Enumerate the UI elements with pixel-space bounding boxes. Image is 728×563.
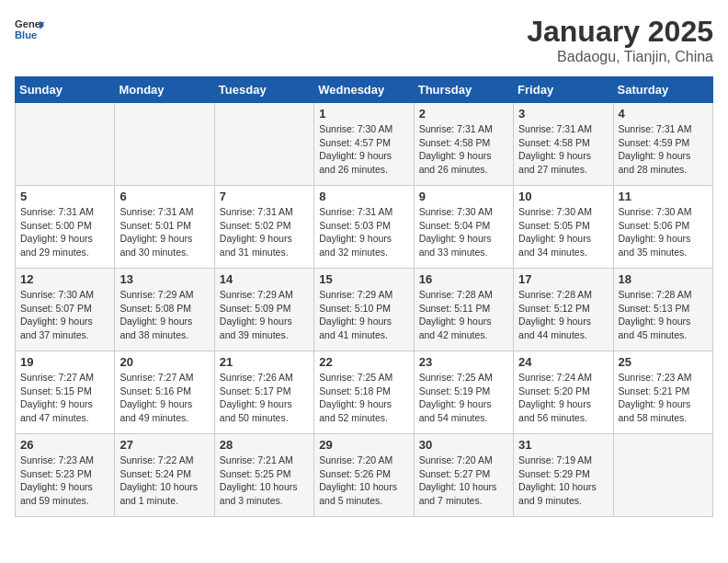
table-row: 12Sunrise: 7:30 AM Sunset: 5:07 PM Dayli… (16, 269, 115, 351)
day-number: 12 (20, 272, 109, 286)
day-detail: Sunrise: 7:30 AM Sunset: 5:06 PM Dayligh… (619, 205, 708, 259)
day-number: 3 (518, 107, 608, 121)
day-number: 13 (119, 272, 209, 286)
day-number: 26 (20, 438, 109, 452)
day-number: 5 (20, 190, 109, 203)
col-wednesday: Wednesday (314, 77, 414, 103)
day-number: 2 (419, 107, 508, 121)
day-number: 14 (220, 272, 309, 286)
table-row: 25Sunrise: 7:23 AM Sunset: 5:21 PM Dayli… (613, 351, 712, 434)
table-row (613, 434, 712, 517)
day-detail: Sunrise: 7:30 AM Sunset: 5:05 PM Dayligh… (518, 205, 608, 259)
table-row: 22Sunrise: 7:25 AM Sunset: 5:18 PM Dayli… (314, 351, 414, 434)
day-number: 1 (319, 107, 408, 121)
table-row: 16Sunrise: 7:28 AM Sunset: 5:11 PM Dayli… (414, 269, 513, 351)
day-detail: Sunrise: 7:19 AM Sunset: 5:29 PM Dayligh… (518, 454, 608, 508)
day-number: 23 (419, 355, 508, 369)
table-row: 15Sunrise: 7:29 AM Sunset: 5:10 PM Dayli… (314, 269, 414, 351)
col-friday: Friday (514, 77, 613, 103)
day-detail: Sunrise: 7:20 AM Sunset: 5:27 PM Dayligh… (419, 454, 508, 508)
table-row: 6Sunrise: 7:31 AM Sunset: 5:01 PM Daylig… (115, 186, 214, 269)
calendar-week-row: 19Sunrise: 7:27 AM Sunset: 5:15 PM Dayli… (16, 351, 713, 434)
table-row: 21Sunrise: 7:26 AM Sunset: 5:17 PM Dayli… (214, 351, 313, 434)
day-detail: Sunrise: 7:31 AM Sunset: 5:02 PM Dayligh… (220, 205, 309, 259)
table-row: 28Sunrise: 7:21 AM Sunset: 5:25 PM Dayli… (214, 434, 313, 517)
col-sunday: Sunday (16, 77, 115, 103)
table-row: 1Sunrise: 7:30 AM Sunset: 4:57 PM Daylig… (314, 103, 414, 186)
day-number: 25 (619, 355, 708, 369)
col-tuesday: Tuesday (214, 77, 313, 103)
table-row: 18Sunrise: 7:28 AM Sunset: 5:13 PM Dayli… (613, 269, 712, 351)
day-detail: Sunrise: 7:28 AM Sunset: 5:12 PM Dayligh… (518, 288, 608, 342)
table-row: 31Sunrise: 7:19 AM Sunset: 5:29 PM Dayli… (514, 434, 613, 517)
day-detail: Sunrise: 7:23 AM Sunset: 5:21 PM Dayligh… (619, 371, 708, 425)
day-number: 18 (619, 272, 708, 286)
day-detail: Sunrise: 7:30 AM Sunset: 5:04 PM Dayligh… (419, 205, 508, 259)
table-row: 29Sunrise: 7:20 AM Sunset: 5:26 PM Dayli… (314, 434, 414, 517)
day-number: 8 (319, 190, 408, 203)
col-thursday: Thursday (414, 77, 513, 103)
day-detail: Sunrise: 7:31 AM Sunset: 5:00 PM Dayligh… (20, 205, 109, 259)
logo: General Blue (15, 15, 44, 44)
day-number: 28 (220, 438, 309, 452)
col-monday: Monday (115, 77, 214, 103)
calendar-header-row: Sunday Monday Tuesday Wednesday Thursday… (16, 77, 713, 103)
calendar-title: January 2025 (527, 15, 713, 49)
day-number: 22 (319, 355, 408, 369)
day-detail: Sunrise: 7:29 AM Sunset: 5:09 PM Dayligh… (220, 288, 309, 342)
day-detail: Sunrise: 7:31 AM Sunset: 4:58 PM Dayligh… (518, 122, 608, 177)
table-row: 27Sunrise: 7:22 AM Sunset: 5:24 PM Dayli… (115, 434, 214, 517)
day-number: 19 (20, 355, 109, 369)
day-number: 10 (518, 190, 608, 203)
day-number: 17 (518, 272, 608, 286)
day-detail: Sunrise: 7:24 AM Sunset: 5:20 PM Dayligh… (518, 371, 608, 425)
day-detail: Sunrise: 7:23 AM Sunset: 5:23 PM Dayligh… (20, 454, 109, 508)
table-row: 24Sunrise: 7:24 AM Sunset: 5:20 PM Dayli… (514, 351, 613, 434)
table-row: 23Sunrise: 7:25 AM Sunset: 5:19 PM Dayli… (414, 351, 513, 434)
table-row: 20Sunrise: 7:27 AM Sunset: 5:16 PM Dayli… (115, 351, 214, 434)
day-detail: Sunrise: 7:28 AM Sunset: 5:13 PM Dayligh… (619, 288, 708, 342)
day-number: 24 (518, 355, 608, 369)
day-detail: Sunrise: 7:30 AM Sunset: 4:57 PM Dayligh… (319, 122, 408, 177)
day-detail: Sunrise: 7:26 AM Sunset: 5:17 PM Dayligh… (220, 371, 309, 425)
calendar-subtitle: Badaogu, Tianjin, China (527, 49, 713, 65)
table-row: 30Sunrise: 7:20 AM Sunset: 5:27 PM Dayli… (414, 434, 513, 517)
table-row: 8Sunrise: 7:31 AM Sunset: 5:03 PM Daylig… (314, 186, 414, 269)
table-row (115, 103, 214, 186)
day-detail: Sunrise: 7:28 AM Sunset: 5:11 PM Dayligh… (419, 288, 508, 342)
table-row: 5Sunrise: 7:31 AM Sunset: 5:00 PM Daylig… (16, 186, 115, 269)
day-number: 20 (119, 355, 209, 369)
day-detail: Sunrise: 7:25 AM Sunset: 5:19 PM Dayligh… (419, 371, 508, 425)
table-row: 7Sunrise: 7:31 AM Sunset: 5:02 PM Daylig… (214, 186, 313, 269)
day-number: 9 (419, 190, 508, 203)
day-detail: Sunrise: 7:27 AM Sunset: 5:16 PM Dayligh… (119, 371, 209, 425)
table-row: 2Sunrise: 7:31 AM Sunset: 4:58 PM Daylig… (414, 103, 513, 186)
title-block: January 2025 Badaogu, Tianjin, China (527, 15, 713, 65)
day-number: 11 (619, 190, 708, 203)
calendar-week-row: 1Sunrise: 7:30 AM Sunset: 4:57 PM Daylig… (16, 103, 713, 186)
table-row: 4Sunrise: 7:31 AM Sunset: 4:59 PM Daylig… (613, 103, 712, 186)
table-row: 3Sunrise: 7:31 AM Sunset: 4:58 PM Daylig… (514, 103, 613, 186)
day-number: 15 (319, 272, 408, 286)
day-detail: Sunrise: 7:29 AM Sunset: 5:08 PM Dayligh… (119, 288, 209, 342)
table-row (214, 103, 313, 186)
logo-icon: General Blue (15, 15, 44, 44)
day-detail: Sunrise: 7:20 AM Sunset: 5:26 PM Dayligh… (319, 454, 408, 508)
day-detail: Sunrise: 7:21 AM Sunset: 5:25 PM Dayligh… (220, 454, 309, 508)
day-detail: Sunrise: 7:29 AM Sunset: 5:10 PM Dayligh… (319, 288, 408, 342)
day-detail: Sunrise: 7:31 AM Sunset: 4:59 PM Dayligh… (619, 122, 708, 177)
table-row: 14Sunrise: 7:29 AM Sunset: 5:09 PM Dayli… (214, 269, 313, 351)
calendar-week-row: 26Sunrise: 7:23 AM Sunset: 5:23 PM Dayli… (16, 434, 713, 517)
table-row: 11Sunrise: 7:30 AM Sunset: 5:06 PM Dayli… (613, 186, 712, 269)
day-number: 27 (119, 438, 209, 452)
table-row: 19Sunrise: 7:27 AM Sunset: 5:15 PM Dayli… (16, 351, 115, 434)
day-number: 4 (619, 107, 708, 121)
svg-text:Blue: Blue (15, 29, 37, 40)
calendar-week-row: 12Sunrise: 7:30 AM Sunset: 5:07 PM Dayli… (16, 269, 713, 351)
table-row: 17Sunrise: 7:28 AM Sunset: 5:12 PM Dayli… (514, 269, 613, 351)
day-number: 16 (419, 272, 508, 286)
day-detail: Sunrise: 7:25 AM Sunset: 5:18 PM Dayligh… (319, 371, 408, 425)
day-number: 31 (518, 438, 608, 452)
table-row: 10Sunrise: 7:30 AM Sunset: 5:05 PM Dayli… (514, 186, 613, 269)
day-detail: Sunrise: 7:31 AM Sunset: 5:01 PM Dayligh… (119, 205, 209, 259)
